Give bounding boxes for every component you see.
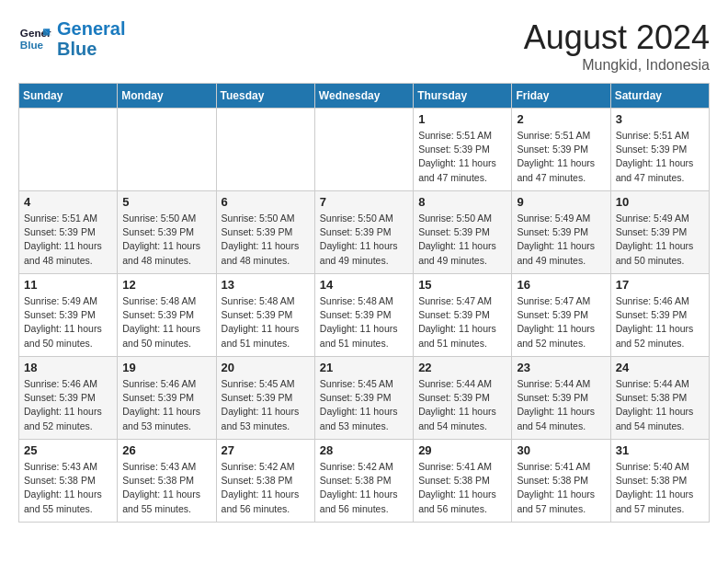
calendar-cell: 22Sunrise: 5:44 AMSunset: 5:39 PMDayligh… xyxy=(414,357,512,440)
day-number: 15 xyxy=(418,278,506,292)
day-number: 4 xyxy=(24,195,112,209)
calendar-cell: 31Sunrise: 5:40 AMSunset: 5:38 PMDayligh… xyxy=(610,440,709,523)
day-info: Sunrise: 5:51 AMSunset: 5:39 PMDaylight:… xyxy=(517,129,605,185)
calendar-cell: 4Sunrise: 5:51 AMSunset: 5:39 PMDaylight… xyxy=(19,191,118,274)
day-info: Sunrise: 5:41 AMSunset: 5:38 PMDaylight:… xyxy=(517,460,605,516)
calendar-cell: 3Sunrise: 5:51 AMSunset: 5:39 PMDaylight… xyxy=(610,109,709,191)
day-info: Sunrise: 5:47 AMSunset: 5:39 PMDaylight:… xyxy=(418,294,506,350)
day-info: Sunrise: 5:46 AMSunset: 5:39 PMDaylight:… xyxy=(122,377,210,433)
weekday-header: Wednesday xyxy=(314,84,413,109)
calendar-cell: 20Sunrise: 5:45 AMSunset: 5:39 PMDayligh… xyxy=(216,357,314,440)
calendar-cell xyxy=(216,109,314,191)
day-info: Sunrise: 5:45 AMSunset: 5:39 PMDaylight:… xyxy=(222,377,310,433)
day-number: 29 xyxy=(418,443,506,457)
day-number: 8 xyxy=(418,195,506,209)
calendar-week: 1Sunrise: 5:51 AMSunset: 5:39 PMDaylight… xyxy=(19,109,710,191)
calendar-cell: 17Sunrise: 5:46 AMSunset: 5:39 PMDayligh… xyxy=(610,274,709,357)
day-number: 17 xyxy=(616,278,704,292)
calendar-cell: 23Sunrise: 5:44 AMSunset: 5:39 PMDayligh… xyxy=(512,357,610,440)
calendar-cell: 5Sunrise: 5:50 AMSunset: 5:39 PMDaylight… xyxy=(118,191,216,274)
day-info: Sunrise: 5:46 AMSunset: 5:39 PMDaylight:… xyxy=(24,377,112,433)
calendar-cell: 13Sunrise: 5:48 AMSunset: 5:39 PMDayligh… xyxy=(216,274,314,357)
day-number: 19 xyxy=(122,361,210,374)
day-number: 10 xyxy=(616,195,704,209)
day-number: 11 xyxy=(24,278,112,292)
day-info: Sunrise: 5:50 AMSunset: 5:39 PMDaylight:… xyxy=(122,212,210,268)
calendar-cell: 19Sunrise: 5:46 AMSunset: 5:39 PMDayligh… xyxy=(118,357,216,440)
title-block: August 2024 Mungkid, Indonesia xyxy=(524,18,710,74)
day-number: 18 xyxy=(24,361,112,374)
day-number: 31 xyxy=(616,443,704,457)
day-number: 26 xyxy=(122,443,210,457)
day-info: Sunrise: 5:48 AMSunset: 5:39 PMDaylight:… xyxy=(222,294,310,350)
calendar-cell: 18Sunrise: 5:46 AMSunset: 5:39 PMDayligh… xyxy=(19,357,118,440)
day-number: 3 xyxy=(616,112,704,126)
day-info: Sunrise: 5:45 AMSunset: 5:39 PMDaylight:… xyxy=(320,377,408,433)
calendar-cell: 9Sunrise: 5:49 AMSunset: 5:39 PMDaylight… xyxy=(512,191,610,274)
calendar-cell: 14Sunrise: 5:48 AMSunset: 5:39 PMDayligh… xyxy=(314,274,413,357)
calendar-week: 18Sunrise: 5:46 AMSunset: 5:39 PMDayligh… xyxy=(19,357,710,440)
calendar-cell: 28Sunrise: 5:42 AMSunset: 5:38 PMDayligh… xyxy=(314,440,413,523)
day-number: 1 xyxy=(418,112,506,126)
calendar-cell xyxy=(19,109,118,191)
day-number: 24 xyxy=(616,361,704,374)
day-info: Sunrise: 5:43 AMSunset: 5:38 PMDaylight:… xyxy=(24,460,112,516)
weekday-header: Sunday xyxy=(19,84,118,109)
calendar-week: 4Sunrise: 5:51 AMSunset: 5:39 PMDaylight… xyxy=(19,191,710,274)
logo-text: General Blue xyxy=(57,18,125,59)
day-number: 7 xyxy=(320,195,408,209)
day-number: 28 xyxy=(320,443,408,457)
day-number: 12 xyxy=(122,278,210,292)
day-number: 16 xyxy=(517,278,605,292)
calendar-week: 11Sunrise: 5:49 AMSunset: 5:39 PMDayligh… xyxy=(19,274,710,357)
weekday-header: Thursday xyxy=(414,84,512,109)
calendar-cell: 26Sunrise: 5:43 AMSunset: 5:38 PMDayligh… xyxy=(118,440,216,523)
day-number: 23 xyxy=(517,361,605,374)
day-number: 22 xyxy=(418,361,506,374)
calendar-cell xyxy=(118,109,216,191)
calendar-cell: 7Sunrise: 5:50 AMSunset: 5:39 PMDaylight… xyxy=(314,191,413,274)
weekday-header: Saturday xyxy=(610,84,709,109)
day-info: Sunrise: 5:46 AMSunset: 5:39 PMDaylight:… xyxy=(616,294,704,350)
svg-text:Blue: Blue xyxy=(20,39,44,51)
day-number: 9 xyxy=(517,195,605,209)
logo-line2: Blue xyxy=(57,39,97,59)
day-info: Sunrise: 5:48 AMSunset: 5:39 PMDaylight:… xyxy=(320,294,408,350)
day-info: Sunrise: 5:51 AMSunset: 5:39 PMDaylight:… xyxy=(616,129,704,185)
day-number: 5 xyxy=(122,195,210,209)
day-number: 25 xyxy=(24,443,112,457)
day-number: 2 xyxy=(517,112,605,126)
page-header: General Blue General Blue August 2024 Mu… xyxy=(18,18,710,74)
day-info: Sunrise: 5:50 AMSunset: 5:39 PMDaylight:… xyxy=(222,212,310,268)
weekday-header: Tuesday xyxy=(216,84,314,109)
day-info: Sunrise: 5:43 AMSunset: 5:38 PMDaylight:… xyxy=(122,460,210,516)
calendar-header: SundayMondayTuesdayWednesdayThursdayFrid… xyxy=(19,84,710,109)
day-info: Sunrise: 5:42 AMSunset: 5:38 PMDaylight:… xyxy=(222,460,310,516)
calendar-cell: 6Sunrise: 5:50 AMSunset: 5:39 PMDaylight… xyxy=(216,191,314,274)
day-info: Sunrise: 5:51 AMSunset: 5:39 PMDaylight:… xyxy=(418,129,506,185)
day-info: Sunrise: 5:41 AMSunset: 5:38 PMDaylight:… xyxy=(418,460,506,516)
weekday-header: Monday xyxy=(118,84,216,109)
calendar-table: SundayMondayTuesdayWednesdayThursdayFrid… xyxy=(18,83,710,523)
calendar-cell: 8Sunrise: 5:50 AMSunset: 5:39 PMDaylight… xyxy=(414,191,512,274)
logo-icon: General Blue xyxy=(18,22,51,55)
day-info: Sunrise: 5:44 AMSunset: 5:39 PMDaylight:… xyxy=(517,377,605,433)
logo: General Blue General Blue xyxy=(18,18,125,59)
month-year: August 2024 xyxy=(524,18,710,57)
day-number: 14 xyxy=(320,278,408,292)
calendar-cell: 2Sunrise: 5:51 AMSunset: 5:39 PMDaylight… xyxy=(512,109,610,191)
day-info: Sunrise: 5:49 AMSunset: 5:39 PMDaylight:… xyxy=(24,294,112,350)
calendar-cell: 30Sunrise: 5:41 AMSunset: 5:38 PMDayligh… xyxy=(512,440,610,523)
calendar-cell: 27Sunrise: 5:42 AMSunset: 5:38 PMDayligh… xyxy=(216,440,314,523)
calendar-cell: 11Sunrise: 5:49 AMSunset: 5:39 PMDayligh… xyxy=(19,274,118,357)
day-number: 20 xyxy=(222,361,310,374)
day-info: Sunrise: 5:50 AMSunset: 5:39 PMDaylight:… xyxy=(418,212,506,268)
calendar-body: 1Sunrise: 5:51 AMSunset: 5:39 PMDaylight… xyxy=(19,109,710,523)
day-info: Sunrise: 5:50 AMSunset: 5:39 PMDaylight:… xyxy=(320,212,408,268)
day-info: Sunrise: 5:49 AMSunset: 5:39 PMDaylight:… xyxy=(616,212,704,268)
day-number: 21 xyxy=(320,361,408,374)
day-number: 13 xyxy=(222,278,310,292)
calendar-cell xyxy=(314,109,413,191)
calendar-cell: 16Sunrise: 5:47 AMSunset: 5:39 PMDayligh… xyxy=(512,274,610,357)
calendar-cell: 1Sunrise: 5:51 AMSunset: 5:39 PMDaylight… xyxy=(414,109,512,191)
